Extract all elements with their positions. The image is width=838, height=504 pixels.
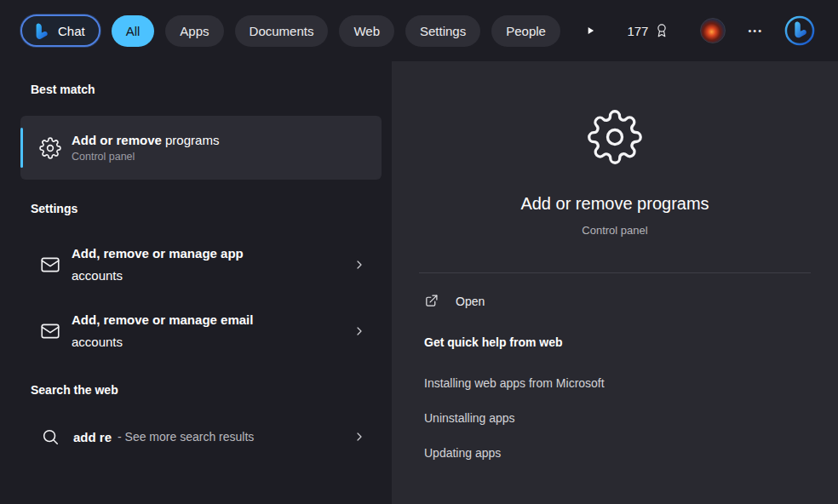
start-search-flyout: Chat All Apps Documents Web Settings Peo… <box>0 0 838 504</box>
result-text: Add, remove or manage email accounts <box>72 309 253 354</box>
web-query: add re <box>73 430 112 444</box>
preview-subtitle: Control panel <box>582 224 647 237</box>
chat-tab[interactable]: Chat <box>20 14 100 47</box>
help-heading: Get quick help from web <box>424 335 838 349</box>
search-icon <box>41 427 60 446</box>
bing-search-button[interactable] <box>783 14 816 47</box>
more-options-button[interactable]: ••• <box>748 26 763 36</box>
user-avatar[interactable] <box>700 18 726 43</box>
open-button-label: Open <box>456 295 485 308</box>
filter-tab-label: People <box>506 24 546 38</box>
settings-section-heading: Settings <box>31 202 382 215</box>
filter-tab-all[interactable]: All <box>112 15 155 47</box>
filter-tab-apps[interactable]: Apps <box>165 15 223 47</box>
best-match-subtitle: Control panel <box>72 151 219 163</box>
result-line1: Add, remove or manage app <box>72 243 244 265</box>
help-link-updating[interactable]: Updating apps <box>424 446 501 460</box>
filter-tab-documents[interactable]: Documents <box>235 15 329 47</box>
chevron-right-icon <box>353 430 366 444</box>
preview-panel: Add or remove programs Control panel Ope… <box>392 61 838 504</box>
chat-tab-label: Chat <box>58 24 85 38</box>
topbar-right-cluster: 177 ••• <box>627 14 816 47</box>
settings-result-email-accounts[interactable]: Add, remove or manage email accounts <box>20 301 382 361</box>
filter-tab-label: All <box>126 24 141 38</box>
rewards-medal-icon <box>654 23 669 38</box>
chevron-right-icon <box>353 324 366 338</box>
play-icon <box>584 25 596 37</box>
web-search-result[interactable]: add re - See more search results <box>20 414 382 460</box>
filter-tab-web[interactable]: Web <box>339 15 394 47</box>
preview-actions: Open Get quick help from web Installing … <box>392 273 838 460</box>
open-button[interactable]: Open <box>424 294 838 308</box>
result-line2: accounts <box>72 331 253 353</box>
help-link-uninstalling[interactable]: Uninstalling apps <box>424 411 515 425</box>
filter-tab-people[interactable]: People <box>491 15 560 47</box>
bing-icon <box>784 15 815 46</box>
filter-tab-label: Settings <box>420 24 466 38</box>
chevron-right-icon <box>353 258 366 272</box>
filter-tab-label: Documents <box>250 24 314 38</box>
mail-icon <box>39 320 61 342</box>
web-suffix: - See more search results <box>118 430 254 444</box>
rewards-badge[interactable]: 177 <box>627 23 669 38</box>
result-line1: Add, remove or manage email <box>72 309 253 331</box>
search-results-area: Best match Add or remove programs Contro… <box>0 61 838 504</box>
selection-accent-bar <box>20 128 23 168</box>
settings-result-app-accounts[interactable]: Add, remove or manage app accounts <box>20 235 382 295</box>
filter-tab-settings[interactable]: Settings <box>405 15 480 47</box>
best-match-result[interactable]: Add or remove programs Control panel <box>20 116 382 180</box>
bing-chat-icon <box>32 22 50 40</box>
filter-tab-label: Web <box>353 24 380 38</box>
filter-tab-label: Apps <box>180 24 209 38</box>
best-match-title-strong: Add or remove <box>72 133 162 147</box>
best-match-heading: Best match <box>31 83 382 96</box>
result-line2: accounts <box>72 265 244 287</box>
search-web-heading: Search the web <box>31 383 382 397</box>
result-text: Add, remove or manage app accounts <box>72 243 244 288</box>
rewards-count: 177 <box>627 24 648 38</box>
gear-icon-large <box>587 109 643 165</box>
mail-icon <box>39 254 61 276</box>
help-link-installing[interactable]: Installing web apps from Microsoft <box>424 376 605 390</box>
gear-icon <box>39 137 61 159</box>
results-column: Best match Add or remove programs Contro… <box>0 61 392 504</box>
open-external-icon <box>424 294 439 308</box>
best-match-title-rest: programs <box>162 133 220 147</box>
search-filter-bar: Chat All Apps Documents Web Settings Peo… <box>0 0 838 61</box>
best-match-text: Add or remove programs Control panel <box>72 133 219 163</box>
more-filters-button[interactable] <box>584 25 596 37</box>
preview-title: Add or remove programs <box>520 194 709 214</box>
